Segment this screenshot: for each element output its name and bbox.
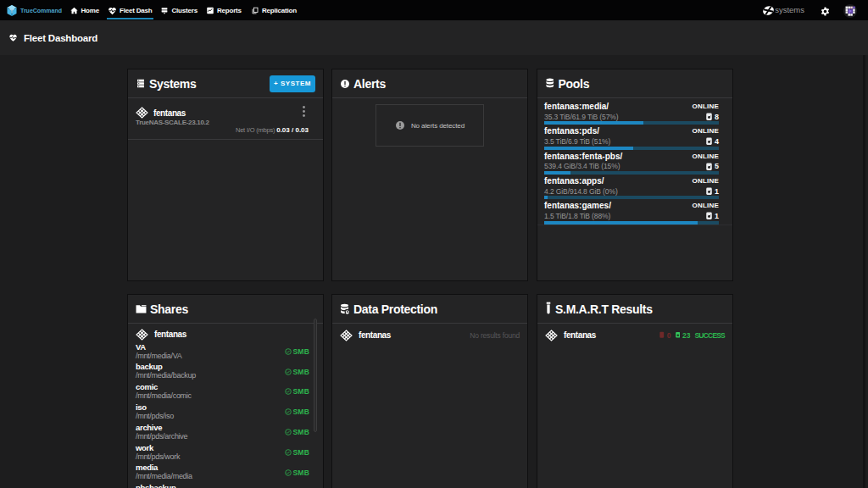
svg-text:systems: systems	[775, 5, 804, 14]
